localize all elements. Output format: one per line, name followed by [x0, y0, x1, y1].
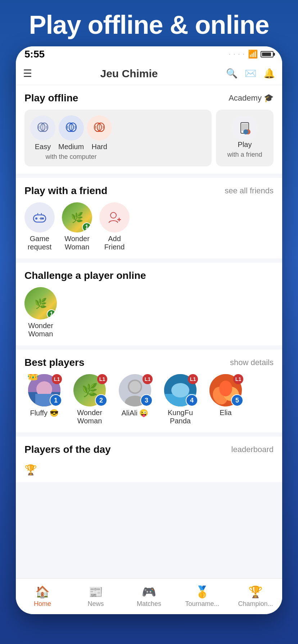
menu-icon[interactable]: ☰ [23, 68, 32, 79]
kungfu-level: L1 [188, 374, 198, 384]
bell-icon[interactable]: 🔔 [263, 68, 275, 79]
players-of-day-icon: 🏆 [24, 461, 274, 479]
easy-brain-icon [30, 115, 55, 141]
app-header: ☰ Jeu Chimie 🔍 ✉️ 🔔 [16, 62, 282, 85]
challenge-wonder-woman[interactable]: 🌿 1 WonderWoman [24, 287, 57, 338]
game-request-avatar [24, 202, 55, 233]
player-fluffy[interactable]: 👑 L1 1 Fluffy 😎 [24, 374, 64, 425]
challenge-players-list: 🌿 1 WonderWoman [24, 287, 274, 338]
leaderboard-link[interactable]: leaderboard [231, 445, 274, 454]
kungfu-avatar-wrap: L1 4 [164, 374, 197, 406]
header-actions: 🔍 ✉️ 🔔 [226, 68, 275, 79]
easy-difficulty[interactable]: Easy [30, 115, 55, 151]
status-time: 5:55 [24, 49, 45, 60]
phone-frame: 5:55 · · · · 📶 ☰ Jeu Chimie 🔍 ✉️ 🔔 Play … [16, 46, 282, 614]
friends-list: Gamerequest 🌿 1 WonderWoman [24, 202, 274, 251]
challenge-header: Challenge a player online [24, 270, 274, 281]
players-of-day-title: Players of the day [24, 444, 111, 455]
elia-level: L1 [233, 374, 243, 384]
news-icon: 📰 [89, 585, 103, 599]
players-of-day-section: Players of the day leaderboard 🏆 [16, 437, 282, 482]
see-all-friends-link[interactable]: see all friends [225, 186, 274, 196]
nav-tournament[interactable]: 🥇 Tourname... [181, 585, 224, 608]
promo-banner: Play offline & online [0, 0, 298, 46]
svg-point-33 [171, 383, 189, 397]
computer-group[interactable]: Easy [24, 110, 212, 166]
show-details-link[interactable]: show details [230, 358, 274, 367]
medium-brain-icon [59, 115, 84, 141]
nav-news[interactable]: 📰 News [74, 585, 117, 608]
signal-dots-icon: · · · · [229, 51, 245, 58]
battery-icon [261, 51, 274, 58]
promo-title: Play offline & online [14, 11, 284, 39]
computer-sublabel: with the computer [30, 153, 112, 161]
hard-label: Hard [91, 143, 107, 151]
status-icons: · · · · 📶 [229, 50, 274, 59]
challenge-badge: 1 [47, 309, 56, 319]
play-friend-group[interactable]: Play with a friend [216, 110, 274, 166]
play-friend-label: Play [238, 141, 252, 149]
elia-avatar-wrap: L1 5 [209, 374, 242, 406]
players-list: 👑 L1 1 Fluffy 😎 [24, 374, 274, 425]
svg-rect-18 [40, 218, 42, 219]
difficulty-items: Easy [30, 115, 112, 151]
play-offline-title: Play offline [24, 92, 78, 104]
nav-matches[interactable]: 🎮 Matches [127, 585, 171, 608]
wonder-level: L1 [97, 374, 107, 384]
play-offline-header: Play offline Academy 🎓 [24, 92, 274, 104]
search-icon[interactable]: 🔍 [226, 68, 238, 79]
hard-difficulty[interactable]: Hard [87, 115, 112, 151]
player-elia[interactable]: L1 5 Elia [206, 374, 245, 425]
ali-name: AliAli 😜 [121, 409, 148, 417]
fluffy-name: Fluffy 😎 [30, 409, 58, 417]
ali-level: L1 [143, 374, 153, 384]
player-wonder[interactable]: 🌿 L1 2 WonderWoman [70, 374, 109, 425]
nav-champion[interactable]: 🏆 Champion... [234, 585, 277, 608]
app-title: Jeu Chimie [100, 68, 158, 80]
medium-difficulty[interactable]: Medium [58, 115, 84, 151]
fluffy-avatar-wrap: 👑 L1 1 [28, 374, 60, 406]
wonder-woman-name: WonderWoman [64, 235, 90, 251]
champion-icon: 🏆 [248, 585, 263, 599]
svg-point-21 [110, 212, 116, 218]
game-request-item[interactable]: Gamerequest [24, 202, 55, 251]
mail-icon[interactable]: ✉️ [245, 68, 256, 79]
matches-label: Matches [137, 600, 161, 608]
academy-badge[interactable]: Academy 🎓 [229, 93, 274, 103]
home-icon: 🏠 [35, 585, 50, 599]
player-ali[interactable]: L1 3 AliAli 😜 [115, 374, 155, 425]
challenge-wonder-avatar: 🌿 1 [24, 287, 57, 319]
nav-home[interactable]: 🏠 Home [21, 585, 64, 608]
kungfu-rank: 4 [186, 394, 198, 406]
bottom-nav: 🏠 Home 📰 News 🎮 Matches 🥇 Tourname... 🏆 … [16, 578, 282, 614]
add-friend-avatar [99, 202, 130, 233]
add-friend-name: AddFriend [104, 235, 125, 251]
wifi-icon: 📶 [248, 50, 258, 59]
medium-label: Medium [58, 143, 84, 151]
play-with-friend-section: Play with a friend see all friends [16, 178, 282, 258]
best-players-title: Best players [24, 357, 85, 368]
home-label: Home [34, 600, 51, 608]
tournament-label: Tourname... [185, 600, 219, 608]
best-players-section: Best players show details 👑 [16, 350, 282, 432]
wonder-avatar-wrap: 🌿 L1 2 [73, 374, 106, 406]
champion-label: Champion... [238, 600, 273, 608]
kungfu-name: KungFuPanda [168, 409, 193, 425]
wonder-rank: 2 [95, 394, 107, 406]
svg-point-37 [219, 381, 232, 396]
best-players-header: Best players show details [24, 357, 274, 368]
game-request-name: Gamerequest [28, 235, 52, 251]
svg-point-30 [129, 381, 141, 392]
play-friend-header: Play with a friend see all friends [24, 185, 274, 197]
main-content[interactable]: Play offline Academy 🎓 [16, 85, 282, 578]
ali-rank: 3 [140, 394, 153, 406]
matches-icon: 🎮 [142, 585, 156, 599]
add-friend-item[interactable]: AddFriend [99, 202, 130, 251]
ali-avatar-wrap: L1 3 [119, 374, 151, 406]
play-friend-section-title: Play with a friend [24, 185, 107, 197]
fluffy-level: L1 [52, 374, 62, 384]
wonder-woman-friend-item[interactable]: 🌿 1 WonderWoman [62, 202, 92, 251]
play-cards: Easy [24, 110, 274, 166]
player-kungfu[interactable]: L1 4 KungFuPanda [161, 374, 200, 425]
wonder-name: WonderWoman [77, 409, 102, 425]
